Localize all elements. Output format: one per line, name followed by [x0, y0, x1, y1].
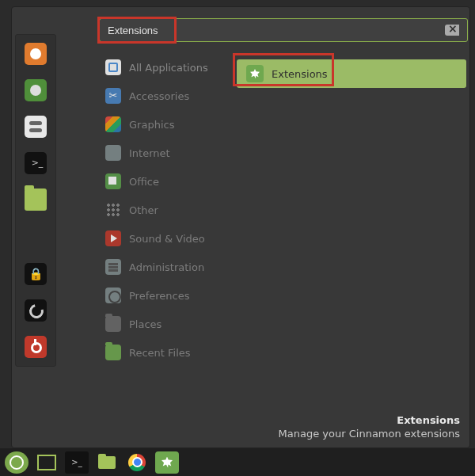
taskbar-menu-button[interactable]	[5, 451, 28, 474]
category-label: Recent Files	[129, 347, 191, 359]
category-label: Other	[129, 204, 158, 216]
category-graphics[interactable]: Graphics	[99, 110, 227, 139]
logout-button[interactable]	[25, 299, 47, 322]
taskbar	[0, 448, 475, 476]
favorite-system-settings[interactable]	[25, 116, 47, 138]
category-accessories[interactable]: Accessories	[99, 82, 227, 110]
favorite-terminal[interactable]	[25, 152, 47, 174]
clear-search-icon[interactable]	[445, 25, 459, 36]
office-icon	[105, 173, 121, 189]
folder-icon	[105, 316, 121, 332]
admin-icon	[105, 259, 121, 275]
result-extensions[interactable]: Extensions	[237, 59, 466, 88]
category-label: Internet	[129, 147, 170, 159]
grid-icon	[105, 202, 121, 218]
search-input[interactable]	[108, 25, 445, 36]
category-label: Graphics	[129, 119, 174, 131]
favorite-software-manager[interactable]	[25, 79, 47, 101]
category-places[interactable]: Places	[99, 310, 227, 338]
cinnamon-menu: All Applications Accessories Graphics In…	[11, 6, 470, 448]
scissors-icon	[105, 88, 121, 104]
gear-icon	[105, 288, 121, 303]
favorites-column	[15, 34, 56, 367]
category-sound-video[interactable]: Sound & Video	[99, 224, 227, 253]
cloud-icon	[105, 145, 121, 161]
taskbar-files[interactable]	[95, 451, 119, 474]
app-description: Extensions Manage your Cinnamon extensio…	[279, 413, 460, 441]
category-label: Administration	[129, 261, 204, 273]
category-preferences[interactable]: Preferences	[99, 281, 227, 310]
category-label: Accessories	[129, 90, 189, 102]
graphics-icon	[105, 116, 121, 132]
app-description-title: Extensions	[279, 413, 460, 428]
category-recent-files[interactable]: Recent Files	[99, 338, 227, 367]
taskbar-show-desktop[interactable]	[35, 451, 59, 474]
folder-icon	[105, 345, 121, 360]
search-results: Extensions	[237, 59, 466, 88]
app-description-subtitle: Manage your Cinnamon extensions	[279, 427, 460, 441]
category-label: Office	[129, 176, 159, 188]
play-icon	[105, 230, 121, 246]
category-list: All Applications Accessories Graphics In…	[99, 53, 227, 367]
quit-button[interactable]	[25, 336, 47, 358]
puzzle-icon	[246, 65, 264, 82]
category-other[interactable]: Other	[99, 196, 227, 224]
category-label: Places	[129, 318, 162, 330]
category-label: Preferences	[129, 290, 189, 302]
category-administration[interactable]: Administration	[99, 253, 227, 281]
favorite-firefox[interactable]	[25, 43, 47, 65]
category-label: All Applications	[129, 62, 208, 74]
result-label: Extensions	[272, 68, 328, 80]
taskbar-chrome[interactable]	[125, 451, 149, 474]
category-office[interactable]: Office	[99, 167, 227, 196]
category-internet[interactable]: Internet	[99, 139, 227, 167]
lock-button[interactable]	[25, 263, 47, 285]
category-all-applications[interactable]: All Applications	[99, 53, 227, 82]
favorite-files[interactable]	[25, 188, 47, 211]
category-all-icon	[105, 59, 121, 75]
search-bar	[99, 18, 468, 42]
taskbar-terminal[interactable]	[65, 451, 89, 474]
category-label: Sound & Video	[129, 233, 205, 245]
taskbar-extensions[interactable]	[155, 451, 179, 474]
